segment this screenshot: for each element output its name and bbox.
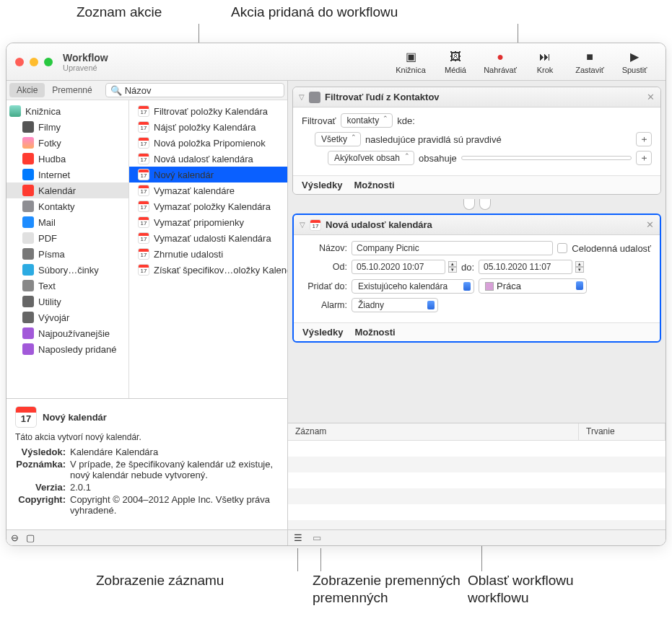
action-list-item[interactable]: Zhrnutie udalosti [129, 246, 287, 262]
action-header[interactable]: ▽ Filtrovať ľudí z Kontaktov ✕ [293, 87, 660, 107]
zoom-button[interactable] [44, 58, 53, 66]
name-input[interactable]: Company Picnic [352, 241, 553, 255]
content-select[interactable]: Akýkoľvek obsah [328, 151, 414, 165]
library-item[interactable]: Hudba [6, 151, 128, 167]
to-stepper[interactable]: ▴▾ [575, 261, 584, 273]
filter-label: Filtrovať [302, 115, 336, 126]
library-item[interactable]: Internet [6, 167, 128, 182]
contains-input[interactable] [461, 156, 632, 160]
search-icon: 🔍 [110, 85, 122, 96]
calendar-icon [15, 406, 37, 428]
info-copyright-value: Copyright © 2004–2012 Apple Inc. Všetky … [70, 494, 279, 516]
minimize-button[interactable] [30, 58, 38, 66]
library-item[interactable]: Naposledy pridané [6, 341, 128, 357]
library-item[interactable]: Filmy [6, 119, 128, 135]
close-icon[interactable]: ✕ [647, 92, 655, 102]
add-rule-button[interactable]: ＋ [636, 132, 652, 146]
action-label: Zhrnutie udalosti [154, 249, 223, 260]
results-tab[interactable]: Výsledky [302, 327, 343, 338]
toolbar-stop[interactable]: ■Zastaviť [567, 50, 612, 74]
options-tab[interactable]: Možnosti [354, 327, 395, 338]
library-item[interactable]: Text [6, 278, 128, 294]
close-icon[interactable]: ✕ [646, 219, 654, 230]
calendar-icon [138, 105, 149, 117]
sync-icon[interactable]: ⊖ [11, 532, 19, 543]
library-label: Text [38, 281, 56, 291]
action-connector [463, 199, 491, 209]
library-item[interactable]: Utility [6, 294, 128, 309]
toolbar-run[interactable]: ▶Spustiť [612, 50, 657, 74]
to-input[interactable]: 05.10.2020 11:07 [479, 260, 572, 274]
category-icon [22, 201, 34, 212]
log-body[interactable] [288, 441, 666, 529]
library-item[interactable]: Kalendár [6, 182, 128, 198]
allday-checkbox[interactable] [557, 243, 567, 253]
calendar-color-swatch [485, 282, 494, 291]
toolbar-record[interactable]: ●Nahrávať [478, 50, 523, 74]
record-icon: ● [497, 50, 504, 64]
close-button[interactable] [15, 58, 24, 66]
action-list-item[interactable]: Vymazať kalendáre [129, 182, 287, 198]
log-view-icon[interactable]: ☰ [294, 532, 302, 543]
library-label: Filmy [38, 122, 61, 133]
log-col-record[interactable]: Záznam [288, 423, 579, 440]
results-tab[interactable]: Výsledky [302, 180, 342, 190]
action-list-item[interactable]: Vymazať položky Kalendára [129, 198, 287, 214]
calendar-icon [138, 248, 149, 260]
variables-view-icon[interactable]: ▭ [313, 532, 321, 543]
from-stepper[interactable]: ▴▾ [448, 261, 457, 273]
category-icon [22, 343, 34, 355]
action-filter-contacts[interactable]: ▽ Filtrovať ľudí z Kontaktov ✕ Filtrovať… [292, 87, 661, 195]
panel-icon[interactable]: ▢ [26, 532, 35, 543]
all-select[interactable]: Všetky [315, 132, 361, 146]
calendar-select[interactable]: Práca [479, 278, 587, 294]
options-tab[interactable]: Možnosti [354, 180, 394, 190]
info-copyright-label: Copyright: [15, 494, 66, 516]
log-col-duration[interactable]: Trvanie [579, 423, 666, 440]
library-item[interactable]: Knižnica [6, 103, 128, 119]
action-list-item[interactable]: Nový kalendár [129, 167, 287, 182]
segment-variables[interactable]: Premenné [45, 83, 99, 97]
search-input[interactable]: 🔍 Názov [105, 83, 284, 97]
action-header[interactable]: ▽ Nová udalosť kalendára ✕ [294, 215, 660, 235]
library-label: Utility [38, 296, 61, 307]
library-item[interactable]: Kontakty [6, 198, 128, 214]
action-label: Vymazať položky Kalendára [154, 201, 271, 212]
action-label: Získať špecifikov…oložky Kalendára [154, 265, 287, 276]
action-list-item[interactable]: Získať špecifikov…oložky Kalendára [129, 262, 287, 278]
action-list-item[interactable]: Nájsť položky Kalendára [129, 119, 287, 135]
from-input[interactable]: 05.10.2020 10:07 [352, 260, 445, 274]
category-icon [22, 153, 34, 164]
library-column[interactable]: KnižnicaFilmyFotkyHudbaInternetKalendárK… [6, 100, 129, 398]
disclosure-icon[interactable]: ▽ [299, 93, 305, 101]
toolbar-media[interactable]: 🖼Médiá [433, 50, 478, 74]
library-item[interactable]: PDF [6, 230, 128, 246]
library-item[interactable]: Vývojár [6, 309, 128, 325]
toolbar-library[interactable]: ▣Knižnica [388, 50, 433, 74]
library-item[interactable]: Mail [6, 214, 128, 230]
action-list-item[interactable]: Vymazať pripomienky [129, 214, 287, 230]
toolbar-step[interactable]: ⏭Krok [523, 50, 567, 74]
from-label: Od: [302, 262, 347, 272]
action-new-calendar-event[interactable]: ▽ Nová udalosť kalendára ✕ Názov: Compan… [292, 214, 661, 343]
library-item[interactable]: Písma [6, 246, 128, 262]
library-item[interactable]: Súbory…činky [6, 262, 128, 278]
action-title: Filtrovať ľudí z Kontaktov [325, 92, 440, 102]
addto-select[interactable]: Existujúceho kalendára [352, 279, 474, 294]
addto-label: Pridať do: [302, 281, 347, 291]
workflow-area[interactable]: ▽ Filtrovať ľudí z Kontaktov ✕ Filtrovať… [288, 81, 666, 423]
action-list-item[interactable]: Filtrovať položky Kalendára [129, 103, 287, 119]
add-condition-button[interactable]: ＋ [636, 151, 652, 165]
actions-column[interactable]: Filtrovať položky KalendáraNájsť položky… [129, 100, 287, 398]
action-list-item[interactable]: Nová položka Pripomienok [129, 135, 287, 151]
library-item[interactable]: Fotky [6, 135, 128, 151]
window-title: Workflow [63, 52, 108, 63]
disclosure-icon[interactable]: ▽ [300, 221, 305, 229]
alarm-select[interactable]: Žiadny [352, 298, 438, 312]
action-list-item[interactable]: Nová udalosť kalendára [129, 151, 287, 167]
action-list-item[interactable]: Vymazať udalosti Kalendára [129, 230, 287, 246]
filter-select[interactable]: kontakty [341, 113, 393, 128]
segment-actions[interactable]: Akcie [9, 83, 45, 97]
library-item[interactable]: Najpoužívanejšie [6, 325, 128, 341]
calendar-icon [138, 137, 149, 149]
